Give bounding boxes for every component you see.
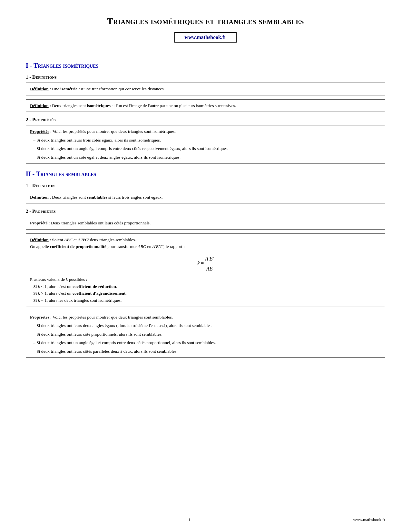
def1-text-rest: est une transformation qui conserve les … (77, 86, 165, 91)
props2-p2: – Si deux triangles ont leurs côté propo… (33, 331, 381, 338)
subsection-II-1-title: 1 - Définition (26, 183, 385, 188)
formula-k: k (197, 261, 200, 266)
definition-coeff-box: Définition : Soient ABC et A′B′C′ deux t… (26, 233, 385, 307)
fraction: A′B′ AB (205, 255, 214, 273)
props2-text: : Voici les propriétés pour montrer que … (49, 315, 173, 320)
def-coeff-l2m2: en (146, 244, 152, 249)
prop-item-3: – Si deux triangles ont un côté égal et … (33, 154, 381, 161)
ci2-bold: coefficient d'agrandissement (73, 291, 126, 296)
footer: 1 www.mathsbook.fr (0, 517, 411, 522)
def-coeff-pre: : Soient (49, 237, 64, 242)
prop-item-2: – Si deux triangles ont un angle égal co… (33, 145, 381, 152)
proprietes-box-I: Propriétés : Voici les propriétés pour m… (26, 125, 385, 163)
def1-label: Définition (30, 86, 49, 91)
def-II-1-label: Définition (30, 195, 49, 200)
def-II-1-text: : Deux triangles sont (49, 195, 87, 200)
coeff-item2: – Si k > 1, alors c'est un coefficient d… (30, 290, 381, 297)
def-coeff-l2m: pour transformer (106, 244, 138, 249)
def-coeff-post: deux triangles semblables. (89, 237, 136, 242)
def-coeff-A1B1C1: A′B′C′ (78, 237, 89, 242)
def1-text-pre: : Une (49, 86, 60, 91)
subsection-II-2-title: 2 - Propriétés (26, 209, 385, 214)
section-II: II - Triangles semblables 1 - Définition… (26, 170, 385, 358)
def-II-1-rest: si leurs trois angles sont égaux. (107, 195, 163, 200)
def-coeff-line1: Définition : Soient ABC et A′B′C′ deux t… (30, 236, 381, 243)
propriete-box-II: Propriété : Deux triangles semblables on… (26, 217, 385, 230)
fraction-denominator: AB (205, 264, 214, 273)
def1-bold-word: isométrie (60, 86, 77, 91)
list-intro-text: Plusieurs valeurs de (30, 277, 66, 282)
formula-block: k = A′B′ AB (30, 255, 381, 273)
formula-eq: = (201, 261, 205, 266)
ci2-post: . (126, 291, 127, 296)
prop-II-text: : Deux triangles semblables ont leurs cô… (47, 221, 151, 225)
ci1-mid: < 1, alors c'est un (40, 284, 73, 289)
def-coeff-bold: coefficient de proportionnalité (50, 244, 106, 249)
page-title: Triangles isométriques et triangles semb… (26, 16, 385, 26)
def-coeff-mid: et (73, 237, 78, 242)
website-link[interactable]: www.mathsbook.fr (174, 32, 237, 43)
coeff-item1: – Si k < 1, alors c'est un coefficient d… (30, 283, 381, 290)
def-coeff-ABC: ABC (64, 237, 73, 242)
ci3-mid: = 1, alors les deux triangles sont isomé… (40, 298, 122, 303)
props2-p3: – Si deux triangles ont un angle égal et… (33, 339, 381, 346)
props2-label: Propriétés (30, 315, 49, 320)
props2-p1: – Si deux triangles ont leurs deux angle… (33, 322, 381, 329)
prop-label: Propriétés (30, 129, 49, 134)
def-II-1-bold: semblables (87, 195, 107, 200)
def-coeff-ABC2: ABC (138, 244, 146, 249)
definition-box-II-1: Définition : Deux triangles sont semblab… (26, 191, 385, 204)
list-intro: Plusieurs valeurs de k possibles : (30, 276, 381, 283)
ci1-post: . (116, 284, 117, 289)
list-intro-end: possibles : (68, 277, 87, 282)
prop-II-label: Propriété (30, 221, 47, 225)
def2-text-pre: : Deux triangles sont (49, 103, 87, 108)
subsection-I-1-title: 1 - Définitions (26, 74, 385, 80)
ci1-pre: – Si (30, 284, 38, 289)
ci2-pre: – Si (30, 291, 38, 296)
def-coeff-A1B1C12: A′B′C′ (152, 244, 163, 249)
coeff-item3: – Si k = 1, alors les deux triangles son… (30, 297, 381, 304)
section-I: I - Triangles isométriques 1 - Définitio… (26, 62, 385, 164)
footer-page: 1 (188, 517, 191, 522)
props2-intro: Propriétés : Voici les propriétés pour m… (30, 314, 381, 321)
subsection-I-2-title: 2 - Propriétés (26, 117, 385, 123)
def-coeff-line2: On appelle coefficient de proportionnali… (30, 243, 381, 250)
footer-website: www.mathsbook.fr (353, 517, 385, 522)
def-coeff-on: On appelle (30, 244, 50, 249)
definition-box-2: Définition : Deux triangles sont isométr… (26, 99, 385, 112)
ci1-bold: coefficient de réduction (73, 284, 116, 289)
definition-box-1: Définition : Une isométrie est une trans… (26, 83, 385, 95)
ci3-pre: – Si (30, 298, 38, 303)
def2-text-rest: si l'un est l'image de l'autre par une o… (111, 103, 236, 108)
section-I-title: I - Triangles isométriques (26, 62, 385, 69)
props2-p4: – Si deux triangles ont leurs côtés para… (33, 348, 381, 355)
prop-item-1: – Si deux triangles ont leurs trois côté… (33, 137, 381, 144)
def2-bold-word: isométriques (87, 103, 111, 108)
prop-intro: : Voici les propriétés pour montrer que … (49, 129, 176, 134)
fraction-numerator: A′B′ (205, 255, 214, 264)
def2-label: Définition (30, 103, 49, 108)
def-coeff-label: Définition (30, 237, 49, 242)
proprietes-box-II: Propriétés : Voici les propriétés pour m… (26, 311, 385, 358)
section-II-title: II - Triangles semblables (26, 170, 385, 178)
prop-intro-line: Propriétés : Voici les propriétés pour m… (30, 128, 381, 135)
website-container: www.mathsbook.fr (26, 32, 385, 52)
def-coeff-l2post: , le rapport : (163, 244, 185, 249)
ci2-mid: > 1, alors c'est un (40, 291, 73, 296)
